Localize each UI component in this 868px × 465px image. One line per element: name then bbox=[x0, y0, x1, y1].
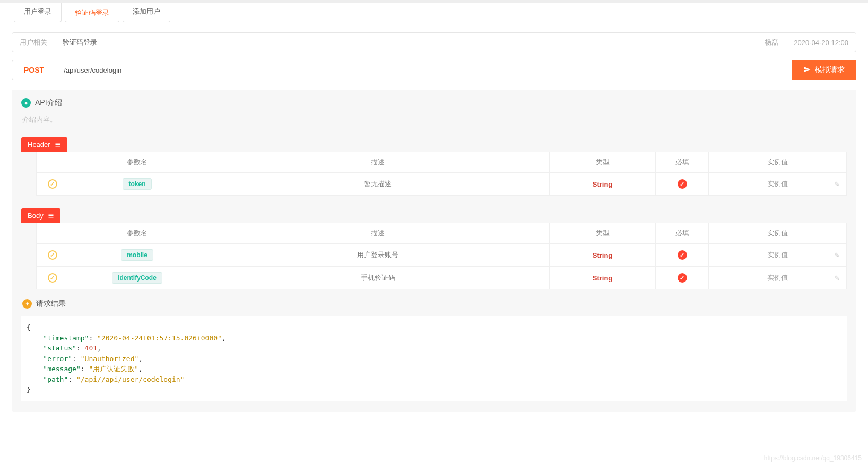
required-icon bbox=[678, 250, 687, 260]
param-desc: 暂无描述 bbox=[206, 173, 550, 196]
api-intro-head: ● API介绍 bbox=[21, 98, 847, 108]
column-header: 必填 bbox=[656, 152, 709, 173]
param-type: String bbox=[593, 274, 613, 282]
param-type: String bbox=[593, 180, 613, 188]
tab-2[interactable]: 添加用户 bbox=[123, 3, 170, 22]
body-section-label: Body bbox=[28, 212, 44, 220]
list-icon bbox=[55, 142, 61, 148]
meta-category-label: 用户相关 bbox=[12, 33, 55, 52]
api-intro-title: API介绍 bbox=[35, 98, 62, 108]
header-section-label: Header bbox=[28, 141, 50, 148]
example-value[interactable]: 实例值 bbox=[767, 274, 788, 282]
example-value[interactable]: 实例值 bbox=[767, 180, 788, 188]
send-icon bbox=[803, 66, 811, 75]
column-header: 必填 bbox=[656, 223, 709, 244]
table-row: mobile用户登录账号String实例值✎ bbox=[37, 244, 847, 267]
param-desc: 手机验证码 bbox=[206, 267, 550, 289]
example-value[interactable]: 实例值 bbox=[767, 251, 788, 259]
api-intro-content: 介绍内容。 bbox=[22, 115, 847, 125]
edit-icon[interactable]: ✎ bbox=[834, 274, 840, 282]
column-header: 参数名 bbox=[68, 152, 206, 173]
check-icon bbox=[48, 179, 57, 189]
request-row: POST /api/user/codelogin 模拟请求 bbox=[12, 60, 856, 80]
svg-rect-5 bbox=[48, 217, 53, 218]
column-header: 描述 bbox=[206, 152, 550, 173]
meta-author: 杨磊 bbox=[757, 33, 786, 52]
tab-0[interactable]: 用户登录 bbox=[14, 3, 62, 22]
request-url[interactable]: /api/user/codelogin bbox=[56, 60, 786, 80]
meta-title: 验证码登录 bbox=[55, 33, 757, 52]
column-header: 参数名 bbox=[68, 223, 206, 244]
param-type: String bbox=[593, 251, 613, 259]
param-name: identifyCode bbox=[112, 272, 162, 284]
body-section-tab: Body bbox=[21, 208, 60, 223]
column-header: 类型 bbox=[550, 152, 656, 173]
required-icon bbox=[678, 179, 687, 189]
table-row: token暂无描述String实例值✎ bbox=[37, 173, 847, 196]
result-json: { "timestamp": "2020-04-24T01:57:15.026+… bbox=[21, 316, 847, 401]
body-params-table: 参数名描述类型必填实例值mobile用户登录账号String实例值✎identi… bbox=[36, 223, 847, 289]
check-icon bbox=[48, 250, 57, 260]
header-params-table: 参数名描述类型必填实例值token暂无描述String实例值✎ bbox=[36, 152, 847, 196]
send-request-button[interactable]: 模拟请求 bbox=[792, 60, 856, 80]
svg-rect-0 bbox=[55, 143, 60, 144]
list-icon bbox=[48, 213, 54, 219]
result-head: ✦ 请求结果 bbox=[22, 299, 847, 309]
column-header: 实例值 bbox=[709, 152, 847, 173]
tab-1[interactable]: 验证码登录 bbox=[65, 3, 119, 22]
table-row: identifyCode手机验证码String实例值✎ bbox=[37, 267, 847, 289]
edit-icon[interactable]: ✎ bbox=[834, 180, 840, 188]
column-header: 类型 bbox=[550, 223, 656, 244]
column-header: 实例值 bbox=[709, 223, 847, 244]
circle-icon: ● bbox=[21, 98, 31, 108]
svg-rect-4 bbox=[48, 215, 53, 216]
svg-rect-2 bbox=[55, 146, 60, 147]
http-method: POST bbox=[12, 60, 56, 80]
svg-rect-1 bbox=[55, 144, 60, 145]
param-name: mobile bbox=[121, 249, 153, 261]
edit-icon[interactable]: ✎ bbox=[834, 251, 840, 259]
check-icon bbox=[48, 273, 57, 283]
result-icon: ✦ bbox=[22, 299, 32, 309]
meta-date: 2020-04-20 12:00 bbox=[786, 33, 856, 52]
required-icon bbox=[678, 273, 687, 283]
header-section-tab: Header bbox=[21, 137, 67, 152]
send-label: 模拟请求 bbox=[815, 65, 845, 75]
tab-bar: 用户登录验证码登录添加用户 bbox=[14, 3, 864, 22]
result-title: 请求结果 bbox=[36, 299, 66, 309]
meta-bar: 用户相关 验证码登录 杨磊 2020-04-20 12:00 bbox=[12, 32, 856, 52]
column-header: 描述 bbox=[206, 223, 550, 244]
param-desc: 用户登录账号 bbox=[206, 244, 550, 267]
param-name: token bbox=[123, 178, 151, 190]
svg-rect-3 bbox=[48, 214, 53, 215]
api-panel: ● API介绍 介绍内容。 Header 参数名描述类型必填实例值token暂无… bbox=[12, 90, 856, 412]
